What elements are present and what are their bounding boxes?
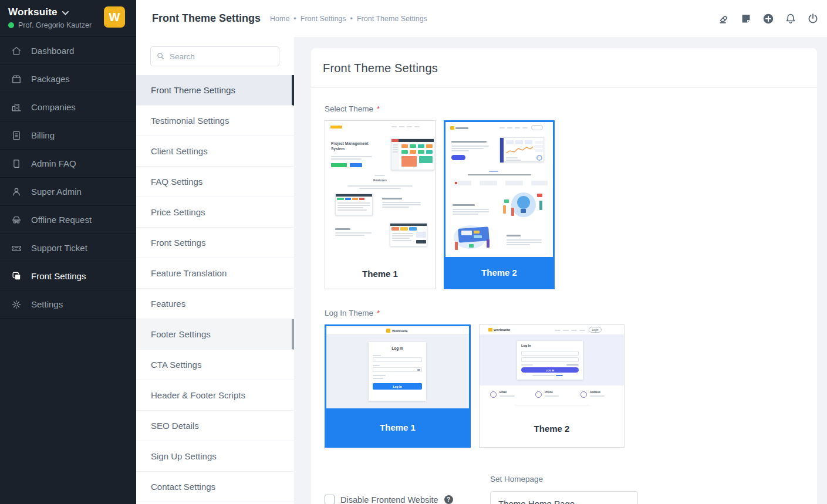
settings-nav-sign-up-settings[interactable]: Sign Up Settings: [136, 441, 294, 472]
header-actions: [717, 12, 827, 25]
settings-nav-label: Client Settings: [151, 146, 208, 156]
settings-nav-cta-settings[interactable]: CTA Settings: [136, 350, 294, 380]
ticket-icon: [11, 242, 22, 254]
settings-nav-label: Header & Footer Scripts: [151, 390, 245, 400]
theme-1-name: Theme 1: [325, 258, 435, 289]
settings-nav-contact-settings[interactable]: Contact Settings: [136, 472, 294, 502]
login-theme-2-name: Theme 2: [480, 410, 624, 447]
settings-nav-testimonial-settings[interactable]: Testimonial Settings: [136, 106, 294, 136]
homepage-select[interactable]: Theme Home Page: [490, 491, 638, 504]
sidebar-item-admin-faq[interactable]: Admin FAQ: [0, 150, 136, 178]
settings-nav-footer-settings[interactable]: Footer Settings: [136, 319, 294, 350]
app-logo-letter: W: [109, 11, 120, 24]
chevron-down-icon: [62, 7, 69, 18]
sidebar-item-label: Packages: [31, 74, 70, 84]
settings-nav-label: Testimonial Settings: [151, 116, 229, 126]
settings-nav-front-settings[interactable]: Front Settings: [136, 228, 294, 258]
card-title: Front Theme Settings: [323, 62, 803, 75]
settings-nav: Front Theme Settings Testimonial Setting…: [136, 37, 294, 504]
settings-nav-seo-details[interactable]: SEO Details: [136, 411, 294, 441]
required-asterisk: *: [377, 309, 380, 317]
settings-nav-label: FAQ Settings: [151, 177, 202, 187]
theme-2-name: Theme 2: [445, 257, 553, 287]
sidebar-item-dashboard[interactable]: Dashboard: [0, 37, 136, 65]
required-asterisk: *: [377, 104, 380, 113]
theme-1-preview-image: Project Management System: [325, 121, 435, 258]
question-circle-icon[interactable]: ?: [444, 495, 453, 504]
settings-nav-features[interactable]: Features: [136, 289, 294, 319]
homepage-select-value: Theme Home Page: [498, 499, 575, 504]
settings-nav-label: Contact Settings: [151, 482, 215, 492]
breadcrumb-home[interactable]: Home: [270, 15, 289, 23]
settings-nav-front-theme-settings[interactable]: Front Theme Settings: [136, 75, 294, 106]
select-theme-option-2[interactable]: Theme 2: [444, 120, 555, 289]
logout-power-icon[interactable]: [806, 12, 819, 25]
settings-nav-label: Footer Settings: [151, 329, 211, 339]
package-icon: [11, 73, 22, 85]
disable-frontend-label: Disable Frontend Website: [340, 495, 438, 504]
sidebar-item-label: Offline Request: [31, 215, 92, 225]
login-theme-label: Log In Theme*: [325, 309, 803, 317]
breadcrumb: Home • Front Settings • Front Theme Sett…: [270, 15, 427, 23]
login-theme-option-1[interactable]: Worksuite Log In Log In: [325, 324, 471, 448]
settings-nav-label: Front Settings: [151, 238, 205, 248]
settings-nav-label: Price Settings: [151, 207, 205, 217]
sidebar-item-label: Front Settings: [31, 271, 86, 281]
front-settings-icon: [11, 270, 22, 282]
user-name: Prof. Gregorio Kautzer: [18, 21, 92, 29]
app-logo[interactable]: W: [104, 6, 125, 28]
search-icon: [156, 52, 165, 63]
notifications-bell-icon[interactable]: [784, 12, 797, 25]
sidebar-item-billing[interactable]: Billing: [0, 121, 136, 150]
sidebar-item-packages[interactable]: Packages: [0, 65, 136, 93]
sidebar-item-label: Admin FAQ: [31, 158, 76, 168]
login-theme-1-preview-image: Worksuite Log In Log In: [326, 326, 469, 408]
note-message-icon[interactable]: [740, 12, 752, 25]
login-theme-options: Worksuite Log In Log In: [325, 324, 803, 448]
breadcrumb-separator: •: [293, 15, 296, 23]
settings-search-input[interactable]: [150, 46, 279, 66]
theme-2-preview-image: [445, 122, 553, 257]
settings-nav-faq-settings[interactable]: FAQ Settings: [136, 167, 294, 197]
sidebar-item-label: Dashboard: [31, 46, 74, 56]
sidebar-item-settings[interactable]: Settings: [0, 290, 136, 319]
settings-nav-client-settings[interactable]: Client Settings: [136, 136, 294, 167]
primary-sidebar-menu: Dashboard Packages Companies Billing Adm…: [0, 37, 136, 319]
select-theme-label: Select Theme*: [325, 104, 803, 113]
settings-nav-label: CTA Settings: [151, 360, 201, 370]
settings-nav-label: Features: [151, 299, 185, 309]
document-icon: [11, 158, 22, 170]
sidebar-item-label: Companies: [31, 102, 76, 112]
sidebar-item-support-ticket[interactable]: Support Ticket: [0, 234, 136, 262]
sidebar-item-super-admin[interactable]: Super Admin: [0, 178, 136, 206]
front-theme-settings-page: Worksuite Prof. Gregorio Kautzer W Dashb…: [0, 0, 827, 504]
page-title: Front Theme Settings: [152, 12, 261, 25]
sidebar-item-offline-request[interactable]: Offline Request: [0, 206, 136, 234]
front-theme-settings-card: Front Theme Settings Select Theme*: [311, 48, 817, 504]
home-icon: [11, 45, 22, 57]
sidebar-item-label: Billing: [31, 130, 55, 140]
user-icon: [11, 186, 22, 198]
login-theme-1-name: Theme 1: [326, 408, 469, 446]
breadcrumb-front-settings[interactable]: Front Settings: [301, 15, 346, 23]
login-theme-2-preview-image: worksuite Login Log In: [480, 325, 624, 410]
sidebar-item-companies[interactable]: Companies: [0, 93, 136, 121]
settings-nav-label: Front Theme Settings: [151, 85, 235, 95]
building-icon: [11, 102, 22, 113]
disable-frontend-checkbox[interactable]: [325, 495, 335, 504]
sidebar-item-label: Settings: [31, 299, 63, 309]
settings-nav-label: Sign Up Settings: [151, 451, 217, 461]
login-theme-option-2[interactable]: worksuite Login Log In: [479, 324, 625, 448]
settings-nav-feature-translation[interactable]: Feature Translation: [136, 258, 294, 289]
settings-nav-price-settings[interactable]: Price Settings: [136, 197, 294, 228]
workspace-switcher[interactable]: Worksuite Prof. Gregorio Kautzer W: [0, 0, 136, 37]
clear-cache-eraser-icon[interactable]: [717, 12, 730, 25]
gear-icon: [11, 299, 22, 310]
add-plus-circle-icon[interactable]: [762, 12, 775, 25]
select-theme-option-1[interactable]: Project Management System: [325, 120, 436, 289]
settings-nav-header-footer-scripts[interactable]: Header & Footer Scripts: [136, 380, 294, 411]
settings-nav-label: SEO Details: [151, 421, 199, 431]
online-status-dot: [8, 22, 14, 28]
sidebar-item-front-settings[interactable]: Front Settings: [0, 262, 136, 290]
sidebar-item-label: Support Ticket: [31, 243, 87, 253]
